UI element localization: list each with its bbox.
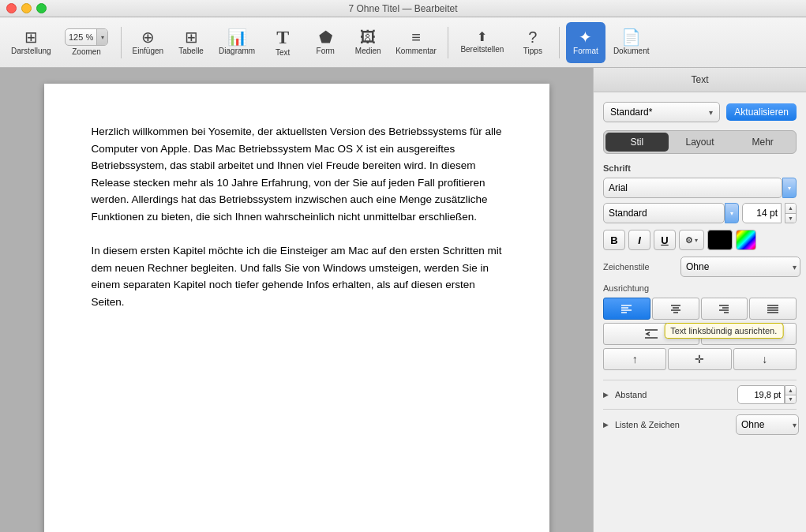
darstellung-label: Darstellung — [11, 47, 51, 55]
titlebar: 7 Ohne Titel — Bearbeitet — [0, 0, 806, 17]
darstellung-icon: ⊞ — [24, 29, 38, 45]
toolbar-text[interactable]: T Text — [263, 22, 302, 63]
tabelle-label: Tabelle — [178, 47, 204, 55]
update-button[interactable]: Aktualisieren — [726, 103, 797, 121]
main-area: Herzlich willkommen bei Yosemite, der ak… — [0, 68, 806, 532]
align-justify-button[interactable] — [749, 298, 797, 320]
kommentar-icon: ≡ — [411, 29, 421, 45]
abstand-row[interactable]: ▶ Abstand ▲ ▼ — [603, 380, 797, 409]
tabs-row: Stil Layout Mehr — [603, 130, 797, 154]
minimize-button[interactable] — [21, 3, 32, 13]
font-style-size-row: Standard ▾ ▲ ▼ — [603, 203, 797, 223]
schrift-label: Schrift — [603, 163, 797, 173]
valign-middle-button[interactable]: ✛ — [668, 348, 731, 370]
tab-mehr[interactable]: Mehr — [731, 133, 794, 152]
maximize-button[interactable] — [36, 3, 47, 13]
font-style-arrow[interactable]: ▾ — [725, 203, 739, 223]
zoom-arrow[interactable]: ▾ — [96, 28, 107, 46]
toolbar-diagramm[interactable]: 📊 Diagramm — [214, 22, 260, 63]
dokument-icon: 📄 — [621, 29, 641, 45]
listen-select[interactable]: Ohne — [736, 414, 799, 435]
tab-stil[interactable]: Stil — [605, 133, 669, 152]
separator-3 — [559, 27, 560, 58]
toolbar-bereitstellen[interactable]: ⬆ Bereitstellen — [455, 22, 510, 63]
toolbar-format[interactable]: ✦ Format — [566, 22, 605, 63]
toolbar-form[interactable]: ⬟ Form — [306, 22, 345, 63]
font-size-input[interactable] — [742, 203, 782, 223]
diagramm-label: Diagramm — [219, 47, 255, 55]
font-select[interactable]: Arial — [603, 178, 782, 198]
abstand-increment[interactable]: ▲ — [785, 386, 796, 395]
abstand-label: Abstand — [615, 390, 647, 399]
text-label: Text — [276, 48, 290, 57]
abstand-decrement[interactable]: ▼ — [785, 395, 796, 404]
toolbar-kommentar[interactable]: ≡ Kommentar — [391, 22, 441, 63]
tipps-icon: ? — [528, 29, 537, 45]
document-text[interactable]: Herzlich willkommen bei Yosemite, der ak… — [92, 123, 502, 311]
alignment-section: Ausrichtung Text li — [603, 283, 797, 370]
valign-row: ↑ ✛ ↓ — [603, 348, 797, 370]
toolbar-medien[interactable]: 🖼 Medien — [348, 22, 388, 63]
abstand-arrow: ▶ — [603, 391, 609, 399]
ausrichtung-label: Ausrichtung — [603, 283, 797, 293]
listen-row[interactable]: ▶ Listen & Zeichen Ohne ▾ — [603, 409, 797, 440]
size-decrement[interactable]: ▼ — [785, 214, 796, 223]
listen-arrow: ▶ — [603, 421, 609, 429]
gear-button[interactable]: ⚙ ▾ — [679, 230, 704, 250]
zeichenstile-arrow: ▾ — [793, 263, 797, 272]
toolbar-tipps[interactable]: ? Tipps — [513, 22, 553, 63]
tooltip: Text linksbündig ausrichten. — [664, 323, 783, 339]
close-button[interactable] — [6, 3, 17, 13]
toolbar-dokument[interactable]: 📄 Dokument — [609, 22, 654, 63]
window-controls[interactable] — [6, 3, 47, 13]
format-icon: ✦ — [579, 29, 592, 45]
abstand-input[interactable] — [737, 385, 785, 404]
abstand-stepper[interactable]: ▲ ▼ — [785, 385, 797, 404]
size-increment[interactable]: ▲ — [785, 204, 796, 214]
zeichenstile-select[interactable]: Ohne — [680, 257, 800, 277]
format-buttons-row: B I U ⚙ ▾ — [603, 230, 797, 250]
font-style-select[interactable]: Standard — [603, 203, 725, 223]
color-wheel-button[interactable] — [736, 230, 756, 250]
listen-arrow-select: ▾ — [793, 421, 797, 429]
align-right-button[interactable] — [701, 298, 748, 320]
zoom-combo[interactable]: 125 % ▾ — [65, 28, 108, 46]
einfuegen-icon: ⊕ — [141, 29, 155, 45]
format-label: Format — [573, 47, 598, 55]
toolbar-zoomen[interactable]: 125 % ▾ Zoomen — [59, 22, 114, 63]
medien-label: Medien — [355, 47, 381, 55]
bold-button[interactable]: B — [603, 230, 625, 250]
valign-top-button[interactable]: ↑ — [603, 348, 666, 370]
font-name-row: Arial ▾ — [603, 178, 797, 198]
document-area[interactable]: Herzlich willkommen bei Yosemite, der ak… — [0, 68, 593, 532]
font-select-arrow[interactable]: ▾ — [782, 178, 797, 198]
tabelle-icon: ⊞ — [185, 29, 198, 45]
right-panel: Text Standard* ▾ Aktualisieren Stil Layo… — [593, 68, 806, 532]
valign-bottom-button[interactable]: ↓ — [733, 348, 797, 370]
align-left-button[interactable] — [603, 298, 650, 320]
align-center-button[interactable] — [652, 298, 699, 320]
underline-button[interactable]: U — [654, 230, 676, 250]
medien-icon: 🖼 — [360, 29, 376, 45]
toolbar-tabelle[interactable]: ⊞ Tabelle — [171, 22, 211, 63]
toolbar-darstellung[interactable]: ⊞ Darstellung — [6, 22, 56, 63]
dokument-label: Dokument — [613, 47, 650, 55]
separator-2 — [448, 27, 448, 58]
font-size-stepper[interactable]: ▲ ▼ — [785, 203, 797, 223]
listen-label: Listen & Zeichen — [615, 420, 680, 429]
tab-layout[interactable]: Layout — [669, 133, 732, 152]
panel-header: Text — [594, 68, 806, 92]
zeichenstile-row: Zeichenstile Ohne ▾ — [603, 257, 797, 277]
italic-button[interactable]: I — [628, 230, 650, 250]
color-swatch[interactable] — [707, 230, 733, 250]
document-page[interactable]: Herzlich willkommen bei Yosemite, der ak… — [44, 84, 549, 532]
tipps-label: Tipps — [523, 47, 542, 55]
toolbar-einfuegen[interactable]: ⊕ Einfügen — [128, 22, 168, 63]
bereitstellen-icon: ⬆ — [477, 31, 487, 43]
zoom-value: 125 % — [66, 32, 96, 42]
panel-content: Standard* ▾ Aktualisieren Stil Layout Me… — [594, 92, 806, 532]
separator-1 — [121, 27, 122, 58]
text-icon: T — [276, 28, 289, 47]
zeichenstile-label: Zeichenstile — [603, 262, 674, 272]
style-dropdown[interactable]: Standard* ▾ — [603, 102, 720, 122]
